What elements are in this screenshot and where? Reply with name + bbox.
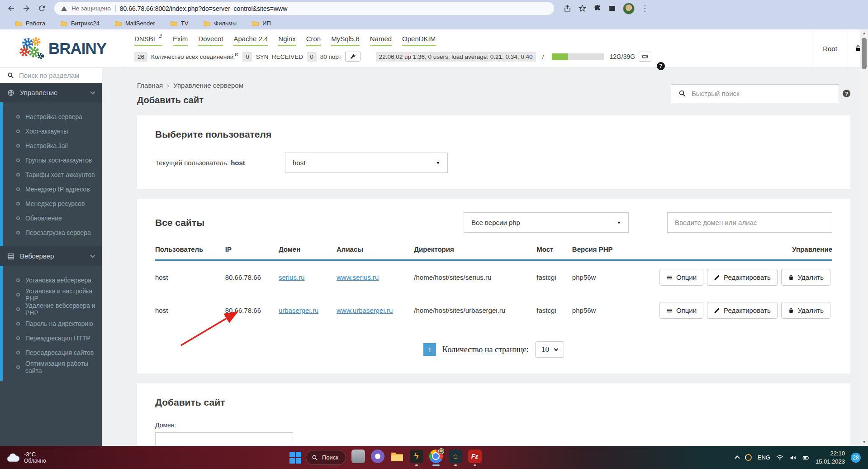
per-page-select[interactable]: 10: [535, 341, 564, 358]
desktop-app-icon[interactable]: [351, 449, 365, 467]
sidebar-item-ip-manager[interactable]: Менеджер IP адресов: [3, 182, 102, 196]
nav-apache[interactable]: Apache 2.4: [233, 35, 268, 46]
col-user: Пользователь: [155, 245, 225, 260]
bookmark-folder[interactable]: Битрикс24: [61, 20, 100, 27]
sidebar-section-management[interactable]: Управление: [0, 83, 102, 102]
col-php-version: Версия PHP: [572, 245, 656, 260]
bookmark-star-icon[interactable]: [578, 4, 587, 13]
sidebar-item-host-tariffs[interactable]: Тарифы хост-аккаунтов: [3, 168, 102, 182]
nav-exim[interactable]: Exim: [173, 35, 188, 46]
forward-button[interactable]: [20, 2, 33, 15]
scroll-down-arrow[interactable]: ▼: [860, 438, 868, 446]
sidebar-item-resource-manager[interactable]: Менеджер ресурсов: [3, 196, 102, 211]
edit-button[interactable]: Редактировать: [707, 269, 778, 286]
side-panel-icon[interactable]: [608, 4, 617, 13]
chrome-icon[interactable]: [428, 449, 443, 467]
sidebar-item-remove-webserver[interactable]: Удаление вебсервера и PHP: [3, 302, 102, 316]
volume-icon[interactable]: [789, 454, 797, 461]
sidebar-search-input[interactable]: [19, 72, 95, 79]
language-indicator[interactable]: ENG: [758, 454, 770, 461]
scrollbar-thumb[interactable]: [862, 38, 867, 69]
sidebar-item-site-optimization[interactable]: Оптимизация работы сайта: [3, 360, 102, 374]
sidebar-item-server-reboot[interactable]: Перезагрузка сервера: [3, 225, 102, 240]
edit-button[interactable]: Редактировать: [707, 302, 778, 319]
page-number-button[interactable]: 1: [423, 343, 436, 356]
bookmark-folder[interactable]: MailSender: [115, 20, 155, 27]
bookmark-folder[interactable]: ИП: [252, 20, 271, 27]
sidebar-item-http-redirect[interactable]: Переадресация HTTP: [3, 331, 102, 345]
sidebar-item-host-groups[interactable]: Группы хост-аккаунтов: [3, 153, 102, 168]
address-bar[interactable]: Не защищено 80.66.78.66:8002/index.php?d…: [54, 2, 554, 15]
sidebar-item-jail-settings[interactable]: Настройка Jail: [3, 139, 102, 153]
tray-app-icon[interactable]: [745, 454, 752, 461]
explorer-icon[interactable]: [389, 449, 404, 467]
new-domain-input[interactable]: [155, 432, 293, 446]
sidebar-item-update[interactable]: Обновление: [3, 211, 102, 225]
nav-mysql[interactable]: MySql5.6: [331, 35, 360, 46]
wifi-icon[interactable]: [776, 454, 783, 461]
home-app-icon[interactable]: ⌂: [448, 449, 463, 467]
extensions-icon[interactable]: [593, 4, 602, 13]
user-select[interactable]: host ▼: [285, 153, 448, 173]
back-button[interactable]: [5, 2, 17, 15]
sidebar-item-directory-password[interactable]: Пароль на директорию: [3, 316, 102, 331]
header-help-icon[interactable]: ?: [657, 62, 665, 70]
logo[interactable]: BRAINY: [0, 29, 126, 67]
filezilla-icon[interactable]: Fz: [467, 449, 482, 467]
scrollbar[interactable]: ▲ ▼: [860, 29, 868, 446]
notification-badge[interactable]: 28: [851, 453, 861, 463]
domain-link[interactable]: serius.ru: [279, 273, 305, 281]
tray-chevron-up-icon[interactable]: [735, 455, 740, 460]
current-user-label[interactable]: Root: [812, 29, 848, 67]
menu-kebab-icon[interactable]: ⋮: [641, 4, 649, 13]
nav-nginx[interactable]: Nginx: [278, 35, 295, 46]
share-icon[interactable]: [563, 4, 572, 13]
quick-search-input[interactable]: [692, 90, 831, 97]
delete-button[interactable]: Удалить: [781, 302, 830, 319]
breadcrumb-home[interactable]: Главная: [137, 81, 163, 89]
sidebar-item-server-settings[interactable]: Настройка сервера: [3, 110, 102, 124]
video-app-icon[interactable]: [370, 449, 385, 467]
taskbar-search[interactable]: Поиск: [306, 450, 346, 465]
nav-named[interactable]: Named: [370, 35, 392, 46]
alias-link[interactable]: www.urbasergei.ru: [337, 306, 393, 314]
caret-down-icon: ▼: [617, 220, 621, 225]
nav-dovecot[interactable]: Dovecot: [198, 35, 223, 46]
security-label: Не защищено: [71, 5, 116, 12]
disk-button[interactable]: [639, 52, 651, 62]
sidebar-item-site-redirect[interactable]: Переадресация сайтов: [3, 345, 102, 360]
options-button[interactable]: Опции: [659, 269, 703, 286]
scroll-up-arrow[interactable]: ▲: [860, 29, 868, 37]
battery-icon[interactable]: [802, 454, 810, 461]
nav-opendkim[interactable]: OpenDKIM: [402, 35, 436, 46]
bookmark-folder[interactable]: TV: [171, 20, 189, 27]
page-help-icon[interactable]: ?: [843, 90, 850, 97]
clock[interactable]: 22:10 15.01.2023: [816, 450, 845, 465]
lightning-app-icon[interactable]: ϟ: [409, 449, 424, 467]
domain-link[interactable]: urbasergei.ru: [279, 306, 318, 314]
alias-link[interactable]: www.serius.ru: [337, 273, 379, 281]
sidebar-item-host-accounts[interactable]: Хост-аккаунты: [3, 124, 102, 139]
nav-dnsbl[interactable]: DNSBL: [134, 35, 162, 46]
tools-button[interactable]: [345, 52, 360, 62]
start-button[interactable]: [289, 452, 301, 464]
bookmark-folder[interactable]: Работа: [15, 20, 45, 27]
cell-ip: 80.66.78.66: [225, 260, 279, 294]
sidebar-search[interactable]: [0, 68, 102, 83]
options-button[interactable]: Опции: [659, 302, 703, 319]
profile-avatar[interactable]: [623, 3, 635, 14]
delete-button[interactable]: Удалить: [781, 269, 830, 286]
quick-search[interactable]: [671, 84, 839, 103]
sidebar-item-install-webserver[interactable]: Установка вебсервера: [3, 273, 102, 287]
php-version-select[interactable]: Все версии php ▼: [464, 212, 629, 233]
weather-widget[interactable]: -3°C Облачно: [0, 451, 46, 464]
browser-chrome: Не защищено 80.66.78.66:8002/index.php?d…: [0, 0, 868, 29]
reload-button[interactable]: [35, 2, 48, 15]
sidebar-section-webserver[interactable]: Вебсервер: [0, 246, 102, 266]
connections-label[interactable]: Количество всех соединений: [151, 53, 239, 60]
bookmark-folder[interactable]: Фильмы: [204, 20, 237, 27]
domain-filter-input[interactable]: [667, 212, 832, 233]
nav-cron[interactable]: Cron: [306, 35, 321, 46]
cell-directory: /home/host/sites/urbasergei.ru: [414, 294, 536, 327]
sidebar-item-install-php[interactable]: Установка и настройка PHP: [3, 287, 102, 302]
